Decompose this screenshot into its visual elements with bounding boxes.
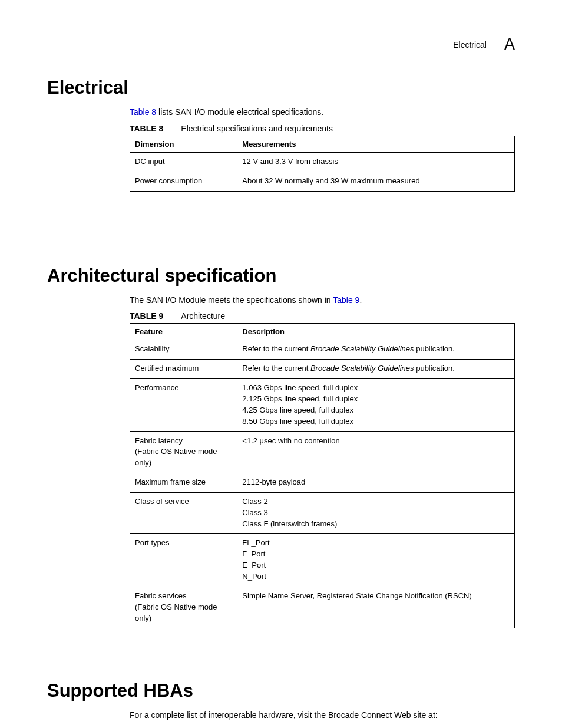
heading-electrical: Electrical xyxy=(47,77,515,98)
table9-th-description: Description xyxy=(237,324,514,340)
table9-cell-feature: Scalability xyxy=(130,340,238,360)
electrical-intro: Table 8 lists SAN I/O module electrical … xyxy=(130,107,515,118)
table9-th-feature: Feature xyxy=(130,324,238,340)
table9-label: TABLE 9 xyxy=(130,311,163,321)
table9-cell-feature: Class of service xyxy=(130,492,238,534)
hba-p1: For a complete list of interoperable har… xyxy=(130,710,515,721)
table9-title: TABLE 9Architecture xyxy=(130,311,515,321)
table9-cell-description: 1.063 Gbps line speed, full duplex2.125 … xyxy=(237,379,514,431)
table8-cell-dimension: Power consumption xyxy=(130,172,238,191)
table9-cell-feature: Maximum frame size xyxy=(130,473,238,493)
table9-cell-feature: Fabric latency(Fabric OS Native mode onl… xyxy=(130,431,238,473)
desc-pre: Refer to the current xyxy=(242,364,310,373)
table8-caption: Electrical specifications and requiremen… xyxy=(181,124,333,133)
header-section-label: Electrical xyxy=(453,40,487,50)
desc-emphasis: Brocade Scalability Guidelines xyxy=(310,364,414,373)
table9-cell-description: Refer to the current Brocade Scalability… xyxy=(237,360,514,379)
table9-cell-feature: Performance xyxy=(130,379,238,431)
arch-intro: The SAN I/O Module meets the specificati… xyxy=(130,295,515,306)
desc-pre: Refer to the current xyxy=(242,344,310,353)
desc-post: publication. xyxy=(414,344,455,353)
table8-title: TABLE 8Electrical specifications and req… xyxy=(130,124,515,133)
table-row: Certified maximumRefer to the current Br… xyxy=(130,360,515,379)
arch-intro-pre: The SAN I/O Module meets the specificati… xyxy=(130,295,333,305)
arch-intro-post: . xyxy=(359,295,362,305)
table9-cell-description: 2112-byte payload xyxy=(237,473,514,493)
table9-cell-description: Class 2Class 3Class F (interswitch frame… xyxy=(237,492,514,534)
desc-emphasis: Brocade Scalability Guidelines xyxy=(310,344,414,353)
table8-cell-dimension: DC input xyxy=(130,152,238,172)
table9-cell-description: Simple Name Server, Registered State Cha… xyxy=(237,587,514,628)
table9-cell-description: <1.2 μsec with no contention xyxy=(237,431,514,473)
heading-arch-spec: Architectural specification xyxy=(47,265,515,286)
table8: Dimension Measurements DC input12 V and … xyxy=(130,136,515,192)
page-header: Electrical A xyxy=(47,35,515,54)
table8-ref-link[interactable]: Table 8 xyxy=(130,107,156,117)
electrical-intro-text: lists SAN I/O module electrical specific… xyxy=(156,107,323,117)
table-row: Maximum frame size2112-byte payload xyxy=(130,473,515,493)
table-row: ScalabilityRefer to the current Brocade … xyxy=(130,340,515,360)
table-row: Power consumptionAbout 32 W normally and… xyxy=(130,172,515,191)
desc-post: publication. xyxy=(414,364,455,373)
table-row: Class of serviceClass 2Class 3Class F (i… xyxy=(130,492,515,534)
table-row: Performance1.063 Gbps line speed, full d… xyxy=(130,379,515,431)
table9-cell-feature: Port types xyxy=(130,534,238,587)
table-row: Fabric latency(Fabric OS Native mode onl… xyxy=(130,431,515,473)
table9-caption: Architecture xyxy=(181,311,225,321)
table9-cell-description: FL_PortF_PortE_PortN_Port xyxy=(237,534,514,587)
table8-th-dimension: Dimension xyxy=(130,136,238,152)
table-row: DC input12 V and 3.3 V from chassis xyxy=(130,152,515,172)
table8-cell-measurements: About 32 W normally and 39 W maximum mea… xyxy=(237,172,514,191)
table9-cell-description: Refer to the current Brocade Scalability… xyxy=(237,340,514,360)
table9-cell-feature: Certified maximum xyxy=(130,360,238,379)
table9: Feature Description ScalabilityRefer to … xyxy=(130,323,515,628)
table-row: Port typesFL_PortF_PortE_PortN_Port xyxy=(130,534,515,587)
header-appendix-letter: A xyxy=(504,35,515,54)
table8-cell-measurements: 12 V and 3.3 V from chassis xyxy=(237,152,514,172)
table-row: Fabric services(Fabric OS Native mode on… xyxy=(130,587,515,628)
heading-supported-hbas: Supported HBAs xyxy=(47,680,515,701)
table9-ref-link[interactable]: Table 9 xyxy=(333,295,359,305)
table8-th-measurements: Measurements xyxy=(237,136,514,152)
table8-label: TABLE 8 xyxy=(130,124,163,133)
table9-cell-feature: Fabric services(Fabric OS Native mode on… xyxy=(130,587,238,628)
